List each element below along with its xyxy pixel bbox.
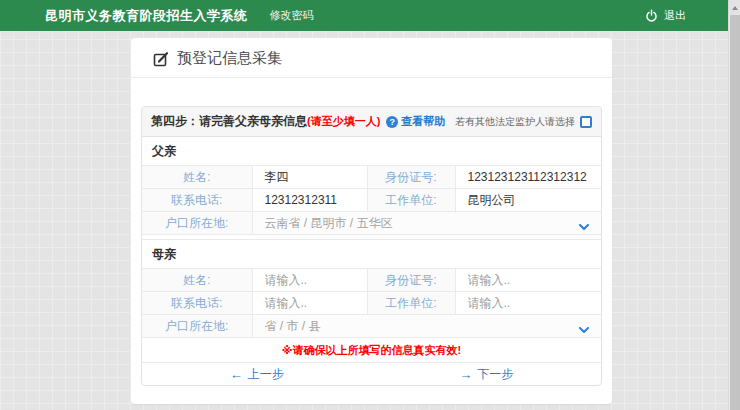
other-guardian-checkbox[interactable] [580, 116, 592, 128]
table-row: 联系电话: 12312312311 工作单位: 昆明公司 [142, 189, 601, 212]
step-title: 第四步：请完善父亲母亲信息 [151, 113, 307, 130]
mother-residence-label: 户口所在地: [142, 315, 252, 338]
next-step-button[interactable]: → 下一步 [372, 366, 602, 383]
mother-section-title: 母亲 [142, 240, 601, 268]
table-row: 姓名: 请输入.. 身份证号: 请输入.. [142, 269, 601, 292]
mother-work-input[interactable]: 请输入.. [455, 292, 601, 315]
father-residence-label: 户口所在地: [142, 212, 252, 235]
father-id-input[interactable]: 123123123112312312 [455, 166, 601, 189]
father-residence-select[interactable]: 云南省 / 昆明市 / 五华区 [252, 212, 601, 235]
mother-residence-select[interactable]: 省 / 市 / 县 [252, 315, 601, 338]
next-step-label: 下一步 [477, 366, 513, 383]
mother-phone-input[interactable]: 请输入.. [252, 292, 367, 315]
card-header: 预登记信息采集 [131, 38, 612, 78]
father-section-title: 父亲 [142, 137, 601, 165]
edit-icon [153, 51, 169, 67]
father-name-input[interactable]: 李四 [252, 166, 367, 189]
chevron-down-icon[interactable] [579, 220, 589, 234]
father-phone-label: 联系电话: [142, 189, 252, 212]
mother-name-input[interactable]: 请输入.. [252, 269, 367, 292]
logout-label: 退出 [664, 8, 686, 23]
table-row: 户口所在地: 省 / 市 / 县 [142, 315, 601, 338]
step-hint: (请至少填一人) [307, 114, 380, 129]
scroll-up-arrow-icon [732, 6, 738, 10]
page-scrollbar[interactable] [728, 0, 740, 410]
prev-step-label: 上一步 [248, 366, 284, 383]
power-icon [645, 9, 658, 22]
view-help-label: 查看帮助 [401, 114, 445, 129]
other-guardian-label: 若有其他法定监护人请选择 [455, 115, 575, 129]
table-row: 联系电话: 请输入.. 工作单位: 请输入.. [142, 292, 601, 315]
other-guardian-option: 若有其他法定监护人请选择 [455, 115, 592, 129]
table-row: 姓名: 李四 身份证号: 123123123112312312 [142, 166, 601, 189]
content-card: 预登记信息采集 第四步：请完善父亲母亲信息 (请至少填一人) ? 查看帮助 若有… [131, 38, 612, 404]
father-id-label: 身份证号: [367, 166, 455, 189]
prev-step-button[interactable]: ← 上一步 [142, 366, 372, 383]
validity-warning: ※请确保以上所填写的信息真实有效! [142, 338, 601, 363]
mother-section: 母亲 姓名: 请输入.. 身份证号: 请输入.. 联系电话: 请输入.. 工作单… [142, 239, 601, 338]
system-title: 昆明市义务教育阶段招生入学系统 [45, 7, 248, 25]
chevron-down-icon[interactable] [579, 323, 589, 337]
top-navbar: 昆明市义务教育阶段招生入学系统 修改密码 退出 [0, 0, 728, 31]
father-work-label: 工作单位: [367, 189, 455, 212]
mother-work-label: 工作单位: [367, 292, 455, 315]
wizard-navigation: ← 上一步 → 下一步 [142, 363, 601, 385]
arrow-right-icon: → [459, 368, 472, 381]
logout-button[interactable]: 退出 [645, 0, 686, 31]
father-name-label: 姓名: [142, 166, 252, 189]
scrollbar-thumb[interactable] [730, 15, 740, 410]
scroll-up-button[interactable] [729, 0, 740, 15]
father-residence-value: 云南省 / 昆明市 / 五华区 [265, 216, 393, 230]
step4-form: 第四步：请完善父亲母亲信息 (请至少填一人) ? 查看帮助 若有其他法定监护人请… [141, 106, 602, 386]
mother-id-input[interactable]: 请输入.. [455, 269, 601, 292]
mother-residence-value: 省 / 市 / 县 [265, 319, 321, 333]
father-phone-input[interactable]: 12312312311 [252, 189, 367, 212]
arrow-left-icon: ← [230, 368, 243, 381]
view-help-link[interactable]: ? 查看帮助 [386, 114, 445, 129]
table-row: 户口所在地: 云南省 / 昆明市 / 五华区 [142, 212, 601, 235]
mother-fields-table: 姓名: 请输入.. 身份证号: 请输入.. 联系电话: 请输入.. 工作单位: … [142, 268, 601, 338]
father-section: 父亲 姓名: 李四 身份证号: 123123123112312312 联系电话:… [142, 137, 601, 235]
mother-name-label: 姓名: [142, 269, 252, 292]
mother-id-label: 身份证号: [367, 269, 455, 292]
question-icon: ? [386, 116, 398, 128]
page-title: 预登记信息采集 [177, 49, 282, 68]
step-header: 第四步：请完善父亲母亲信息 (请至少填一人) ? 查看帮助 若有其他法定监护人请… [142, 107, 601, 137]
change-password-link[interactable]: 修改密码 [270, 8, 314, 23]
father-fields-table: 姓名: 李四 身份证号: 123123123112312312 联系电话: 12… [142, 165, 601, 235]
father-work-input[interactable]: 昆明公司 [455, 189, 601, 212]
mother-phone-label: 联系电话: [142, 292, 252, 315]
